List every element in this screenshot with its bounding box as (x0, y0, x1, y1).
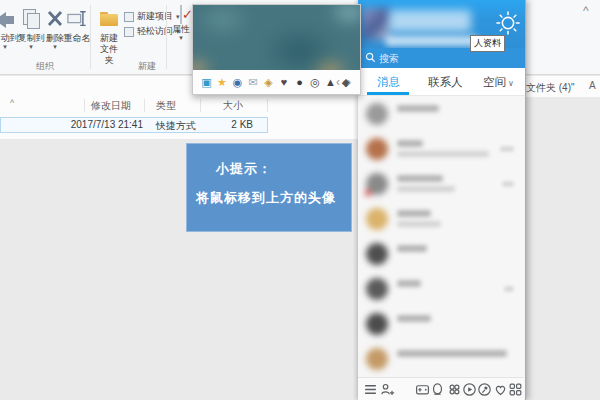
star-level-badge[interactable]: ★ (216, 76, 229, 89)
badge-bar: ▣★◉✉◈♥●◎▲◆ (193, 70, 360, 94)
contact-avatar (366, 208, 388, 230)
contact-avatar (366, 138, 388, 160)
copy-to-icon (21, 8, 41, 30)
contact-message-blurred (397, 221, 441, 227)
contact-avatar (366, 278, 388, 300)
contact-message-blurred (397, 186, 455, 192)
ribbon-collapse-icon[interactable]: ^ (583, 4, 589, 18)
contact-time-blurred (502, 181, 514, 187)
yellow-diamond-badge[interactable]: ◈ (262, 76, 275, 89)
video-play-icon[interactable] (462, 382, 477, 397)
weather-sun-icon[interactable] (495, 10, 521, 36)
unread-dot (365, 225, 371, 231)
conversation-item[interactable] (358, 271, 524, 306)
contact-name-blurred (397, 105, 439, 112)
file-type: 快捷方式 (156, 119, 196, 133)
easy-access-icon (124, 27, 134, 37)
conversation-item[interactable] (358, 166, 524, 201)
browser-ball-icon[interactable] (477, 382, 492, 397)
column-separator[interactable] (144, 99, 145, 112)
unread-dot (365, 190, 371, 196)
profile-hover-card: ▣★◉✉◈♥●◎▲◆ ‹ › (192, 4, 361, 95)
mail-badge[interactable]: ✉ (247, 76, 260, 89)
profile-photo-blurred[interactable] (193, 5, 360, 70)
contact-name-blurred (397, 245, 427, 252)
conversation-item[interactable] (358, 131, 524, 166)
couple-space-badge[interactable]: ♥ (278, 76, 291, 89)
column-separator[interactable] (84, 99, 85, 112)
ribbon-separator (166, 5, 167, 69)
column-separator[interactable] (200, 99, 201, 112)
blue-diamond-badge[interactable]: ◉ (231, 76, 244, 89)
heart-care-icon[interactable] (493, 382, 508, 397)
app-grid-icon[interactable] (508, 382, 523, 397)
conversation-list (358, 96, 524, 377)
rename-button[interactable]: 重命名 (62, 6, 92, 62)
user-name-blurred (389, 10, 471, 32)
sort-ascending-icon[interactable]: ^ (10, 98, 14, 108)
search-box-text[interactable]: 文件夹 (4)" (526, 81, 575, 95)
contact-avatar (366, 348, 388, 370)
ribbon-separator (90, 5, 91, 69)
column-header-size[interactable]: 大小 (200, 99, 243, 113)
signature-blurred[interactable] (386, 36, 478, 46)
tab-contacts[interactable]: 联系人 (428, 75, 463, 90)
unread-dot (365, 120, 371, 126)
search-icon (365, 52, 376, 63)
prev-arrow-icon[interactable]: ‹ (336, 75, 340, 89)
new-folder-icon (99, 8, 119, 30)
qq-window: 人资料 搜索 消息 联系人 空间∨ (358, 0, 526, 400)
qq-vip-badge[interactable]: ▣ (200, 76, 213, 89)
column-header-type[interactable]: 类型 (156, 99, 176, 113)
column-header-modified[interactable]: 修改日期 (91, 99, 131, 113)
organize-group-label: 组织 (22, 60, 68, 73)
contact-avatar (366, 313, 388, 335)
add-contact-icon[interactable] (380, 382, 395, 397)
clover-icon[interactable] (447, 382, 462, 397)
unread-dot (365, 155, 371, 161)
conversation-item[interactable] (358, 341, 524, 376)
column-separator[interactable] (267, 99, 268, 112)
file-modified-date: 2017/7/13 21:41 (59, 119, 143, 130)
contact-name-blurred (397, 315, 431, 322)
conversation-item[interactable] (358, 96, 524, 131)
dropdown-caret-icon: ▾ (168, 35, 194, 41)
active-tab-underline (367, 92, 409, 95)
properties-button[interactable]: 属性 ▾ (168, 6, 194, 62)
contact-avatar (366, 103, 388, 125)
contact-name-blurred (397, 175, 443, 182)
new-folder-button[interactable]: 新建 文件夹 (96, 6, 122, 62)
qq-bottom-toolbar (358, 377, 524, 400)
qq-game-icon[interactable] (430, 382, 445, 397)
main-menu-icon[interactable] (363, 382, 378, 397)
search-placeholder: 搜索 (379, 52, 399, 66)
tip-text: 将鼠标移到上方的头像 (196, 189, 351, 207)
contact-time-blurred (504, 286, 514, 292)
conversation-item[interactable] (358, 201, 524, 236)
file-size: 2 KB (209, 119, 253, 130)
tab-messages[interactable]: 消息 (377, 75, 400, 90)
contact-message-blurred (397, 151, 489, 157)
rename-icon (67, 8, 87, 30)
unread-dot (365, 365, 371, 371)
contact-name-blurred (397, 210, 431, 217)
contact-time-blurred (500, 146, 514, 152)
search-box-end-glyph: A (589, 80, 596, 91)
unread-dot (365, 330, 371, 336)
screen: 移动到 ▾ 复制到 ▾ 删除 ▾ 重命名 组织 新建 文件夹 (0, 0, 600, 400)
new-group-label-text: 新建 (132, 60, 162, 73)
contact-name-blurred (397, 280, 421, 287)
next-arrow-icon[interactable]: › (347, 75, 351, 89)
tab-space[interactable]: 空间∨ (483, 75, 514, 90)
properties-icon (180, 5, 182, 24)
file-row[interactable]: 2017/7/13 21:41 快捷方式 2 KB (0, 117, 268, 133)
contact-name-blurred (397, 350, 507, 357)
qq-tab-bar: 消息 联系人 空间∨ (358, 68, 525, 96)
game-center-icon[interactable] (415, 382, 430, 397)
penguin-badge[interactable]: ● (293, 76, 306, 89)
conversation-item[interactable] (358, 306, 524, 341)
conversation-item[interactable] (358, 236, 524, 271)
contact-avatar (366, 243, 388, 265)
contact-name-blurred (397, 140, 423, 147)
music-badge[interactable]: ◎ (309, 76, 322, 89)
